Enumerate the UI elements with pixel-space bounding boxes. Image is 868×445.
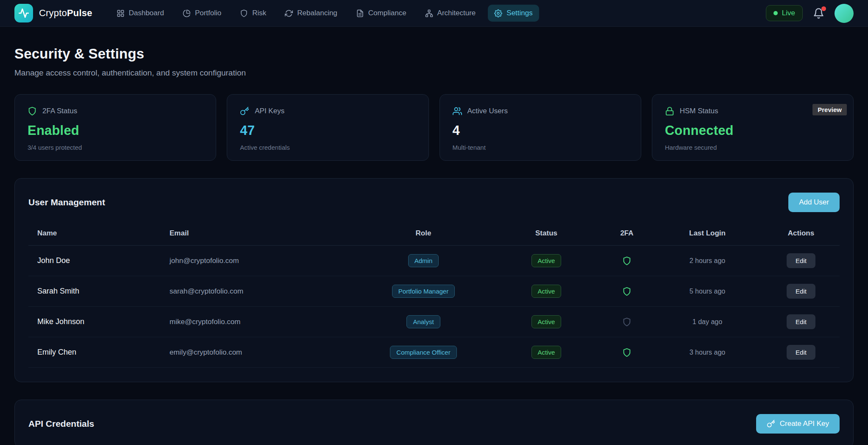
nav-items: Dashboard Portfolio Risk Rebalancing Com… [110, 5, 539, 22]
pie-chart-icon [183, 9, 191, 17]
nav-item-architecture[interactable]: Architecture [419, 5, 482, 22]
api-credentials-panel: API Credentials Create API Key [14, 400, 854, 445]
nav-item-risk[interactable]: Risk [234, 5, 273, 22]
user-email: john@cryptofolio.com [161, 257, 356, 265]
notifications-button[interactable] [813, 8, 824, 19]
user-name: Sarah Smith [28, 287, 161, 296]
user-email: sarah@cryptofolio.com [161, 287, 356, 296]
stat-card-api-keys: API Keys 47 Active credentials [227, 94, 428, 161]
stat-value: Connected [665, 123, 840, 138]
last-login: 5 hours ago [652, 288, 762, 295]
pulse-logo-icon [14, 4, 33, 22]
column-header-last-login: Last Login [652, 229, 762, 238]
nav-label: Compliance [368, 9, 406, 17]
nav-item-portfolio[interactable]: Portfolio [176, 5, 228, 22]
2fa-shield-icon [601, 317, 652, 327]
nav-label: Settings [506, 9, 532, 17]
users-table-header: Name Email Role Status 2FA Last Login Ac… [28, 224, 840, 246]
stat-label: API Keys [255, 107, 284, 115]
edit-user-button[interactable]: Edit [787, 284, 815, 299]
nav-label: Architecture [437, 9, 476, 17]
stat-label: Active Users [467, 107, 508, 115]
key-icon [240, 106, 249, 116]
nav-label: Portfolio [195, 9, 221, 17]
avatar[interactable] [835, 4, 854, 23]
create-api-key-label: Create API Key [780, 420, 829, 428]
user-management-title: User Management [28, 197, 105, 207]
status-badge: Active [531, 285, 562, 298]
stat-sub: Active credentials [240, 144, 415, 151]
2fa-shield-icon [601, 348, 652, 357]
column-header-status: Status [491, 229, 601, 238]
top-nav: CryptoPulse Dashboard Portfolio Risk Reb… [0, 0, 868, 27]
page-title: Security & Settings [14, 46, 854, 62]
nav-item-dashboard[interactable]: Dashboard [110, 5, 170, 22]
create-api-key-button[interactable]: Create API Key [756, 414, 840, 434]
column-header-email: Email [161, 229, 356, 238]
user-name: John Doe [28, 256, 161, 265]
brand-name: CryptoPulse [39, 8, 92, 19]
2fa-shield-icon [601, 256, 652, 266]
stat-sub: 3/4 users protected [28, 144, 203, 151]
last-login: 2 hours ago [652, 257, 762, 265]
column-header-actions: Actions [762, 229, 840, 238]
stat-label: HSM Status [680, 107, 718, 115]
network-icon [425, 9, 433, 17]
table-row: Emily Chen emily@cryptofolio.com Complia… [28, 337, 840, 368]
table-row: John Doe john@cryptofolio.com Admin Acti… [28, 246, 840, 276]
user-email: emily@cryptofolio.com [161, 348, 356, 357]
key-icon [767, 420, 775, 428]
stat-card-active-users: Active Users 4 Multi-tenant [440, 94, 641, 161]
edit-user-button[interactable]: Edit [787, 345, 815, 360]
stat-sub: Multi-tenant [453, 144, 628, 151]
brand[interactable]: CryptoPulse [14, 4, 92, 22]
stat-value: 4 [453, 123, 628, 138]
stat-card-2fa-status: 2FA Status Enabled 3/4 users protected [14, 94, 216, 161]
refresh-icon [285, 9, 293, 17]
preview-badge: Preview [812, 104, 847, 115]
nav-label: Dashboard [129, 9, 164, 17]
page-subtitle: Manage access control, authentication, a… [14, 68, 854, 78]
nav-right: Live [766, 4, 854, 23]
stat-sub: Hardware secured [665, 144, 840, 151]
role-badge: Analyst [406, 315, 440, 328]
main-content: Security & Settings Manage access contro… [0, 46, 868, 445]
edit-user-button[interactable]: Edit [787, 253, 815, 268]
user-management-panel: User Management Add User Name Email Role… [14, 178, 854, 382]
nav-item-settings[interactable]: Settings [488, 5, 539, 22]
add-user-button[interactable]: Add User [788, 193, 840, 212]
shield-icon [240, 9, 248, 17]
live-dot-icon [773, 11, 778, 15]
status-badge: Active [531, 315, 562, 328]
nav-item-compliance[interactable]: Compliance [350, 5, 413, 22]
notification-dot-icon [821, 6, 826, 11]
stat-cards: 2FA Status Enabled 3/4 users protected A… [14, 94, 854, 161]
grid-icon [117, 9, 125, 17]
users-icon [453, 106, 462, 116]
gear-icon [494, 9, 502, 17]
table-row: Mike Johnson mike@cryptofolio.com Analys… [28, 307, 840, 337]
user-email: mike@cryptofolio.com [161, 318, 356, 326]
last-login: 3 hours ago [652, 349, 762, 356]
status-badge: Active [531, 346, 562, 359]
role-badge: Compliance Officer [390, 346, 456, 359]
nav-label: Rebalancing [297, 9, 337, 17]
live-status-badge[interactable]: Live [766, 5, 803, 21]
user-name: Mike Johnson [28, 317, 161, 326]
stat-value: Enabled [28, 123, 203, 138]
role-badge: Portfolio Manager [392, 285, 455, 298]
edit-user-button[interactable]: Edit [787, 314, 815, 329]
shield-icon [28, 106, 37, 116]
role-badge: Admin [408, 254, 439, 267]
user-name: Emily Chen [28, 348, 161, 357]
column-header-2fa: 2FA [601, 229, 652, 238]
lock-icon [665, 106, 674, 116]
users-table: Name Email Role Status 2FA Last Login Ac… [28, 224, 840, 368]
status-badge: Active [531, 254, 562, 267]
last-login: 1 day ago [652, 318, 762, 326]
nav-item-rebalancing[interactable]: Rebalancing [278, 5, 344, 22]
stat-value: 47 [240, 123, 415, 138]
live-label: Live [782, 9, 795, 17]
column-header-name: Name [28, 229, 161, 238]
api-credentials-title: API Credentials [28, 419, 94, 429]
